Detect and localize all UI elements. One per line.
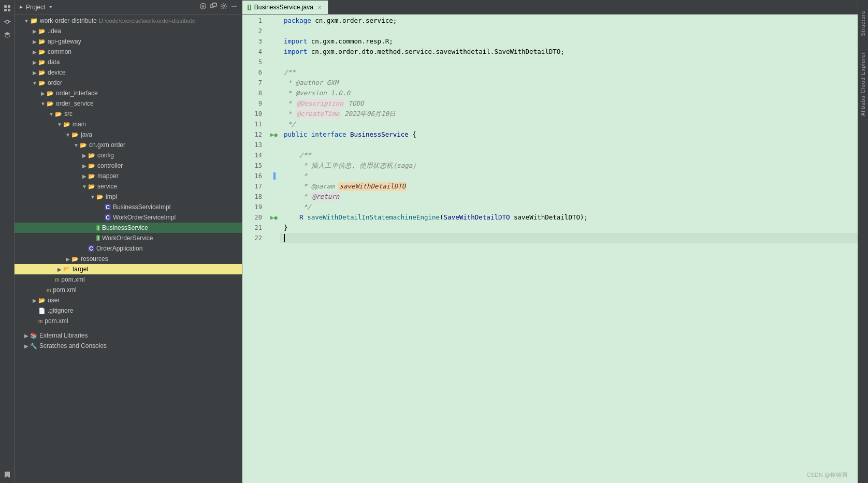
minimize-icon[interactable] bbox=[230, 3, 238, 11]
gutter-18 bbox=[268, 192, 280, 202]
tree-api-gateway[interactable]: ▶ 📂 api-gateway bbox=[15, 36, 242, 47]
activity-commit[interactable] bbox=[1, 16, 13, 28]
tree-scratches[interactable]: ▶ 🔧 Scratches and Consoles bbox=[15, 341, 242, 351]
ln-13: 13 bbox=[242, 140, 268, 150]
tree-user[interactable]: ▶ 📂 user bbox=[15, 295, 242, 305]
implements-icon-20[interactable]: ● bbox=[274, 214, 278, 221]
editor-tabs: I BusinessService.java ✕ bbox=[242, 0, 858, 14]
code-line-18: * @return bbox=[280, 192, 858, 202]
tree-BusinessService[interactable]: ▶ I BusinessService bbox=[15, 223, 242, 233]
sidebar-header: Project bbox=[15, 0, 242, 14]
tree-WorkOrderServiceImpl[interactable]: ▶ C WorkOrderServiceImpl bbox=[15, 212, 242, 223]
tab-BusinessService[interactable]: I BusinessService.java ✕ bbox=[242, 1, 328, 14]
svg-rect-2 bbox=[4, 9, 7, 11]
alibaba-cloud-label[interactable]: Alibaba Cloud Explorer bbox=[860, 52, 866, 116]
code-line-10: * @createTime 2022年06月10日 bbox=[280, 109, 858, 119]
tree-pom-order-service[interactable]: ▶ m pom.xml bbox=[15, 274, 242, 285]
gutter-2 bbox=[268, 26, 280, 36]
code-line-5 bbox=[280, 57, 858, 67]
gutter-13 bbox=[268, 140, 280, 150]
tree-gitignore[interactable]: ▶ 📄 .gitignore bbox=[15, 305, 242, 316]
ln-3: 3 bbox=[242, 36, 268, 47]
tree-java[interactable]: ▼ 📂 java bbox=[15, 129, 242, 140]
svg-rect-1 bbox=[8, 5, 10, 8]
run-icon-12[interactable]: ▶ bbox=[270, 131, 274, 138]
tree-order-interface[interactable]: ▶ 📂 order_interface bbox=[15, 88, 242, 98]
tree-impl[interactable]: ▼ 📂 impl bbox=[15, 192, 242, 202]
code-line-22 bbox=[280, 233, 858, 243]
gutter-1 bbox=[268, 16, 280, 26]
structure-label[interactable]: Structure bbox=[860, 10, 866, 36]
ln-11: 11 bbox=[242, 119, 268, 129]
tree-external-libs[interactable]: ▶ 📚 External Libraries bbox=[15, 330, 242, 341]
tab-close-button[interactable]: ✕ bbox=[316, 5, 323, 10]
tree-pom-root[interactable]: ▶ m pom.xml bbox=[15, 316, 242, 326]
code-line-17: * @param saveWithDetailDTO bbox=[280, 181, 858, 192]
ln-8: 8 bbox=[242, 88, 268, 98]
tree-root[interactable]: ▼ 📁 work-order-distribute D:\code\exerci… bbox=[15, 16, 242, 26]
tree-data[interactable]: ▶ 📂 data bbox=[15, 57, 242, 67]
tree-src[interactable]: ▼ 📂 src bbox=[15, 109, 242, 119]
code-line-16: * bbox=[280, 171, 858, 181]
code-editor[interactable]: 1 2 3 4 5 6 7 8 9 10 11 12 13 14 15 16 1… bbox=[242, 14, 858, 483]
gutter-20[interactable]: ▶ ● bbox=[268, 212, 280, 223]
tree-order[interactable]: ▼ 📂 order bbox=[15, 78, 242, 88]
tree-mapper[interactable]: ▶ 📂 mapper bbox=[15, 171, 242, 181]
code-line-2 bbox=[280, 26, 858, 36]
gutter-11 bbox=[268, 119, 280, 129]
code-line-8: * @version 1.0.0 bbox=[280, 88, 858, 98]
run-icon-20[interactable]: ▶ bbox=[270, 214, 274, 221]
ln-9: 9 bbox=[242, 98, 268, 109]
tree-device[interactable]: ▶ 📂 device bbox=[15, 67, 242, 78]
activity-bookmarks[interactable] bbox=[1, 469, 13, 481]
ln-18: 18 bbox=[242, 192, 268, 202]
collapse-all-icon[interactable] bbox=[210, 3, 217, 11]
tree-WorkOrderService[interactable]: ▶ I WorkOrderService bbox=[15, 233, 242, 243]
gutter-15 bbox=[268, 160, 280, 171]
code-content[interactable]: package cn.gxm.order.service; import cn.… bbox=[280, 14, 858, 483]
gutter-icons: ▶ ● ▶ ● bbox=[268, 14, 280, 483]
gutter-5 bbox=[268, 57, 280, 67]
add-module-icon[interactable] bbox=[199, 3, 207, 11]
watermark: CSDN @铭铭啊 bbox=[807, 471, 847, 479]
gutter-3 bbox=[268, 36, 280, 47]
tree-pom-order[interactable]: ▶ m pom.xml bbox=[15, 285, 242, 295]
tree-common[interactable]: ▶ 📂 common bbox=[15, 47, 242, 57]
gutter-12[interactable]: ▶ ● bbox=[268, 129, 280, 140]
gutter-7 bbox=[268, 78, 280, 88]
ln-15: 15 bbox=[242, 160, 268, 171]
tree-service[interactable]: ▼ 📂 service bbox=[15, 181, 242, 192]
sidebar-title-area: Project bbox=[19, 4, 53, 11]
tree-package[interactable]: ▼ 📂 cn.gxm.order bbox=[15, 140, 242, 150]
tree-BusinessServiceImpl[interactable]: ▶ C BusinessServiceImpl bbox=[15, 202, 242, 212]
gutter-14 bbox=[268, 150, 280, 160]
line-numbers: 1 2 3 4 5 6 7 8 9 10 11 12 13 14 15 16 1… bbox=[242, 14, 268, 483]
tree-config[interactable]: ▶ 📂 config bbox=[15, 150, 242, 160]
code-line-12: public interface BusinessService { bbox=[280, 129, 858, 140]
settings-icon[interactable] bbox=[220, 3, 227, 11]
ln-19: 19 bbox=[242, 202, 268, 212]
tree-controller[interactable]: ▶ 📂 controller bbox=[15, 160, 242, 171]
svg-point-4 bbox=[6, 20, 9, 23]
code-line-4: import cn.gxm.order.dto.method.service.s… bbox=[280, 47, 858, 57]
gutter-17 bbox=[268, 181, 280, 192]
tree-order-service[interactable]: ▼ 📂 order_service bbox=[15, 98, 242, 109]
gutter-9 bbox=[268, 98, 280, 109]
code-line-13 bbox=[280, 140, 858, 150]
tree-main[interactable]: ▼ 📂 main bbox=[15, 119, 242, 129]
ln-20: 20 bbox=[242, 212, 268, 223]
tree-target[interactable]: ▶ 📂 target bbox=[15, 264, 242, 274]
activity-project[interactable] bbox=[1, 2, 13, 14]
tree-idea[interactable]: ▶ 📂 .idea bbox=[15, 26, 242, 36]
ln-12: 12 bbox=[242, 129, 268, 140]
activity-learn[interactable] bbox=[1, 29, 13, 41]
implements-icon-12[interactable]: ● bbox=[274, 131, 278, 138]
activity-bar bbox=[0, 0, 15, 483]
tree-resources[interactable]: ▶ 📂 resources bbox=[15, 254, 242, 264]
bookmark-gutter-16 bbox=[273, 172, 276, 180]
ln-22: 22 bbox=[242, 233, 268, 243]
sidebar-toolbar bbox=[199, 3, 238, 11]
file-tree: ▼ 📁 work-order-distribute D:\code\exerci… bbox=[15, 14, 242, 483]
code-line-20: R saveWithDetailInStatemachineEngine(Sav… bbox=[280, 212, 858, 223]
tree-OrderApplication[interactable]: ▶ C OrderApplication bbox=[15, 243, 242, 254]
